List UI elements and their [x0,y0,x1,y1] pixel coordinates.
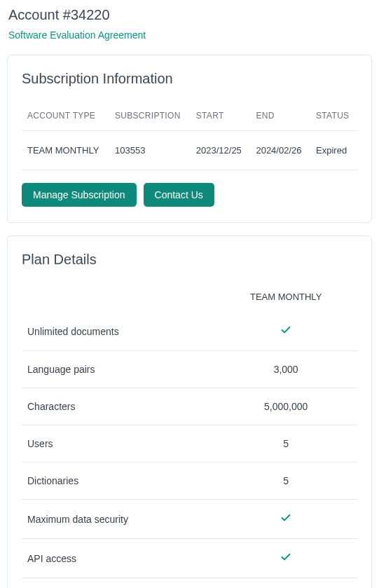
plan-feature-value: 5,000,000 [214,388,357,425]
plan-col-header: TEAM MONTHLY [214,283,357,312]
plan-row-language-pairs: Language pairs3,000 [22,351,357,388]
subscription-card: Subscription Information ACCOUNT TYPE SU… [7,55,372,223]
subscription-table: ACCOUNT TYPE SUBSCRIPTION START END STAT… [22,102,357,170]
manage-subscription-button[interactable]: Manage Subscription [22,183,137,207]
cell-status: Expired [310,131,357,170]
table-row: TEAM MONTHLY 103553 2023/12/25 2024/02/2… [22,131,357,170]
page-title: Account #34220 [8,7,372,23]
plan-feature-label: Unlimited documents [22,312,214,351]
plan-feature-label: Language pairs [22,351,214,388]
plan-feature-value [214,500,357,539]
plan-feature-value: 5 [214,425,357,463]
plan-feature-value: 3,000 [214,351,357,388]
agreement-link[interactable]: Software Evaluation Agreement [8,29,146,41]
plan-feature-label: Maximum data security [22,500,214,539]
plan-row-api-access: API access [22,539,357,578]
cell-end: 2024/02/26 [250,131,310,170]
plan-feature-label: Characters [22,388,214,425]
contact-us-button[interactable]: Contact Us [144,183,214,207]
plan-row-characters: Characters5,000,000 [22,388,357,425]
check-icon [280,512,291,524]
col-end: END [250,102,310,131]
plan-card-title: Plan Details [22,252,357,268]
plan-feature-label: Users [22,425,214,463]
col-start: START [191,102,251,131]
cell-account-type: TEAM MONTHLY [22,131,109,170]
col-subscription: SUBSCRIPTION [109,102,191,131]
plan-table: TEAM MONTHLY Unlimited documentsLanguage… [22,283,357,578]
plan-feature-label: API access [22,539,214,578]
plan-feature-value [214,539,357,578]
plan-row-unlimited-docs: Unlimited documents [22,312,357,351]
cell-start: 2023/12/25 [191,131,251,170]
subscription-card-title: Subscription Information [22,71,357,87]
plan-feature-label: Dictionaries [22,463,214,500]
plan-row-users: Users5 [22,425,357,463]
plan-row-max-security: Maximum data security [22,500,357,539]
check-icon [280,552,291,563]
cell-subscription: 103553 [109,131,191,170]
check-icon [280,324,291,336]
col-status: STATUS [310,102,357,131]
plan-feature-value [214,312,357,351]
plan-row-dictionaries: Dictionaries5 [22,463,357,500]
plan-details-card: Plan Details TEAM MONTHLY Unlimited docu… [7,235,372,588]
plan-col-feature [22,283,214,312]
col-account-type: ACCOUNT TYPE [22,102,109,131]
plan-feature-value: 5 [214,463,357,500]
